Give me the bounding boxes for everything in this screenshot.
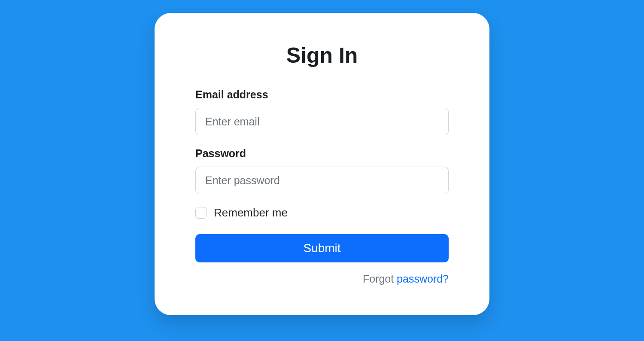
email-field[interactable] (195, 108, 449, 135)
submit-button[interactable]: Submit (195, 234, 449, 262)
remember-checkbox[interactable] (195, 207, 207, 219)
remember-label[interactable]: Remember me (214, 206, 288, 219)
email-group: Email address (195, 88, 449, 135)
forgot-row: Forgot password? (195, 273, 449, 285)
email-label: Email address (195, 88, 449, 101)
password-label: Password (195, 147, 449, 160)
password-field[interactable] (195, 167, 449, 194)
forgot-prefix: Forgot (363, 273, 397, 285)
card-title: Sign In (195, 43, 449, 68)
signin-card: Sign In Email address Password Remember … (155, 13, 489, 315)
remember-row: Remember me (195, 206, 449, 219)
forgot-password-link[interactable]: password? (397, 273, 449, 285)
password-group: Password (195, 147, 449, 194)
